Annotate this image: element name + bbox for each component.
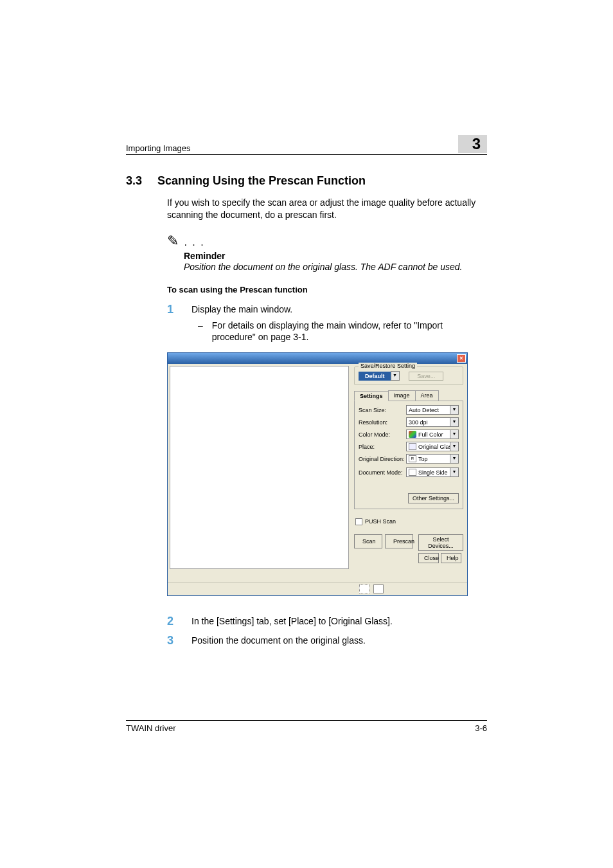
reminder-block: ✎ . . . Reminder Position the document o… xyxy=(167,233,487,273)
chevron-down-icon[interactable]: ▼ xyxy=(391,371,400,381)
color-swatch-icon xyxy=(409,431,416,438)
color-mode-dropdown[interactable]: Full Color ▼ xyxy=(406,429,459,439)
step-3: 3 Position the document on the original … xyxy=(167,635,487,647)
place-dropdown[interactable]: Original Glass ▼ xyxy=(406,442,459,451)
dialog-screenshot: × Save/Restore Setting Default▼ Save... … xyxy=(167,352,468,596)
scan-size-label: Scan Size: xyxy=(359,407,406,413)
footer-page-number: 3-6 xyxy=(475,723,487,733)
page-footer: TWAIN driver 3-6 xyxy=(126,720,487,733)
other-settings-button[interactable]: Other Settings... xyxy=(408,493,459,503)
close-button[interactable]: Close xyxy=(418,553,439,563)
chevron-down-icon[interactable]: ▼ xyxy=(450,406,458,414)
step-2: 2 In the [Settings] tab, set [Place] to … xyxy=(167,615,487,628)
step-number: 3 xyxy=(167,635,179,647)
section-intro: If you wish to specify the scan area or … xyxy=(167,197,487,221)
help-button[interactable]: Help xyxy=(441,553,461,563)
chevron-down-icon[interactable]: ▼ xyxy=(450,418,458,426)
select-devices-button[interactable]: Select Devices... xyxy=(418,534,463,551)
selection-tool-icon[interactable] xyxy=(359,584,369,593)
orig-dir-value: Top xyxy=(418,456,428,462)
section-heading: 3.3 Scanning Using the Prescan Function xyxy=(126,174,487,188)
step-number: 1 xyxy=(167,303,179,344)
chevron-down-icon[interactable]: ▼ xyxy=(450,455,458,463)
preview-area[interactable] xyxy=(170,366,349,569)
settings-tabpanel: Scan Size: Auto Detect ▼ Resolution: 300… xyxy=(354,401,463,509)
tab-image[interactable]: Image xyxy=(388,390,416,401)
save-restore-group: Save/Restore Setting Default▼ Save... xyxy=(354,366,463,385)
default-preset-button[interactable]: Default xyxy=(359,372,391,381)
color-mode-label: Color Mode: xyxy=(359,431,406,438)
tab-strip: Settings Image Area xyxy=(354,390,463,401)
step-2-text: In the [Settings] tab, set [Place] to [O… xyxy=(191,615,487,628)
resolution-value: 300 dpi xyxy=(409,419,428,426)
running-header: Importing Images 3 xyxy=(126,135,487,155)
glass-icon xyxy=(409,443,416,450)
reminder-text: Position the document on the original gl… xyxy=(184,261,487,273)
scan-size-value: Auto Detect xyxy=(409,407,439,413)
save-restore-label: Save/Restore Setting xyxy=(359,363,417,369)
dash: – xyxy=(198,320,203,344)
step-1-sub: – For details on displaying the main win… xyxy=(198,320,487,344)
step-3-text: Position the document on the original gl… xyxy=(191,635,487,647)
orig-dir-dropdown[interactable]: R Top ▼ xyxy=(406,454,459,464)
chevron-down-icon[interactable]: ▼ xyxy=(450,468,458,476)
running-title: Importing Images xyxy=(126,143,190,153)
doc-mode-dropdown[interactable]: Single Side ▼ xyxy=(406,467,459,477)
push-scan-checkbox[interactable]: PUSH Scan xyxy=(355,518,463,525)
tab-area[interactable]: Area xyxy=(415,390,439,401)
dialog-statusbar xyxy=(168,583,467,595)
chevron-down-icon[interactable]: ▼ xyxy=(450,430,458,439)
tab-settings[interactable]: Settings xyxy=(354,391,389,401)
chevron-down-icon[interactable]: ▼ xyxy=(450,442,458,451)
step-1-sub-text: For details on displaying the main windo… xyxy=(212,320,487,344)
step-1-text: Display the main window. xyxy=(191,304,292,314)
close-icon[interactable]: × xyxy=(457,354,466,363)
save-preset-button[interactable]: Save... xyxy=(409,372,443,381)
dialog-titlebar[interactable]: × xyxy=(168,353,467,364)
footer-left: TWAIN driver xyxy=(126,723,176,733)
step-1: 1 Display the main window. – For details… xyxy=(167,303,487,344)
doc-mode-value: Single Side xyxy=(418,469,448,476)
push-scan-label: PUSH Scan xyxy=(365,518,396,525)
scan-button[interactable]: Scan xyxy=(354,534,382,548)
reminder-label: Reminder xyxy=(184,251,487,261)
checkbox-icon[interactable] xyxy=(355,518,362,525)
page-icon xyxy=(409,469,416,476)
section-number: 3.3 xyxy=(126,174,142,188)
section-title: Scanning Using the Prescan Function xyxy=(157,174,366,188)
place-label: Place: xyxy=(359,444,406,450)
resolution-label: Resolution: xyxy=(359,419,406,426)
reminder-icon: ✎ . . . xyxy=(167,233,487,249)
orientation-icon: R xyxy=(409,455,416,462)
doc-mode-label: Document Mode: xyxy=(359,469,406,476)
scan-size-dropdown[interactable]: Auto Detect ▼ xyxy=(406,405,459,415)
step-number: 2 xyxy=(167,615,179,628)
resolution-dropdown[interactable]: 300 dpi ▼ xyxy=(406,417,459,427)
procedure-title: To scan using the Prescan function xyxy=(167,285,487,294)
color-mode-value: Full Color xyxy=(418,431,443,438)
chapter-badge: 3 xyxy=(458,135,487,153)
rotate-tool-icon[interactable] xyxy=(373,584,384,593)
orig-dir-label: Original Direction: xyxy=(359,456,406,462)
chapter-number: 3 xyxy=(458,135,487,153)
prescan-button[interactable]: Prescan xyxy=(385,534,413,548)
